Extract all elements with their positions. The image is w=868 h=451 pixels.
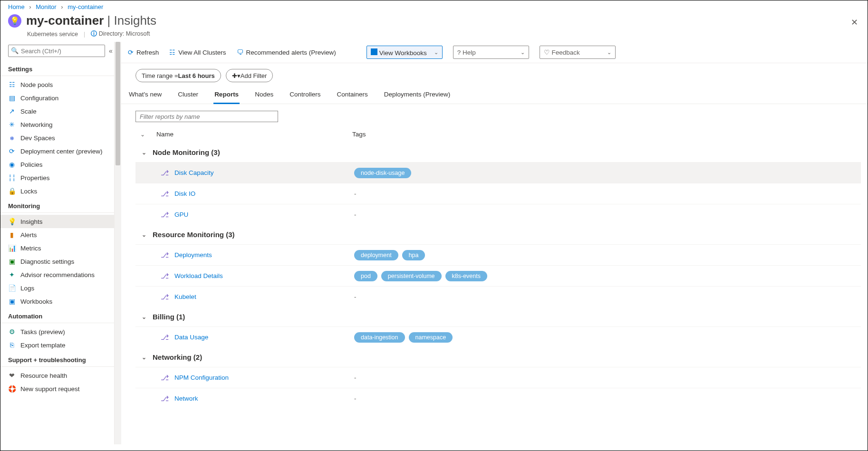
- sidebar-item-scale[interactable]: ↗Scale: [0, 105, 114, 118]
- feedback-dropdown[interactable]: ♡ Feedback⌄: [540, 46, 616, 59]
- sidebar-item-workbooks[interactable]: ▣Workbooks: [0, 295, 114, 308]
- tag: node-disk-usage: [354, 168, 411, 178]
- report-tags: podpersistent-volumek8s-events: [352, 271, 861, 281]
- sidebar-item-icon: ⚙: [8, 328, 16, 336]
- sidebar-item-label: Resource health: [20, 372, 67, 379]
- report-row[interactable]: ⎇Workload Detailspodpersistent-volumek8s…: [135, 265, 861, 286]
- view-workbooks-dropdown[interactable]: View Workbooks⌄: [366, 46, 443, 59]
- sidebar-item-export-template[interactable]: ⎘Export template: [0, 338, 114, 352]
- breadcrumb-monitor[interactable]: Monitor: [36, 3, 56, 10]
- sidebar-item-icon: ⎘: [8, 341, 16, 349]
- sidebar-item-label: Alerts: [20, 231, 37, 239]
- report-icon: ⎇: [153, 272, 172, 280]
- report-row[interactable]: ⎇Deploymentsdeploymenthpa: [135, 244, 861, 265]
- chevron-down-icon[interactable]: ⌄: [135, 149, 153, 156]
- report-row[interactable]: ⎇GPU-: [135, 204, 861, 225]
- report-row[interactable]: ⎇Network-: [135, 388, 861, 409]
- report-link[interactable]: GPU: [174, 211, 188, 218]
- page-title-main: my-container: [26, 13, 104, 28]
- sidebar-item-deployment-center-preview-[interactable]: ⟳Deployment center (preview): [0, 144, 114, 158]
- sidebar: 🔍 « Settings☷Node pools▤Configuration↗Sc…: [0, 42, 115, 444]
- sidebar-item-icon: ◉: [8, 161, 16, 168]
- report-icon: ⎇: [153, 394, 172, 403]
- tag: data-ingestion: [354, 332, 405, 343]
- report-link[interactable]: Data Usage: [174, 334, 208, 341]
- chevron-down-icon[interactable]: ⌄: [135, 354, 153, 361]
- report-link[interactable]: Kubelet: [174, 293, 196, 300]
- report-icon: ⎇: [153, 190, 172, 198]
- chevron-down-icon[interactable]: ⌄: [135, 314, 153, 320]
- report-link[interactable]: NPM Configuration: [174, 374, 229, 381]
- tab-nodes[interactable]: Nodes: [254, 88, 274, 104]
- sidebar-item-icon: ↗: [8, 107, 16, 115]
- column-tags-header[interactable]: Tags: [352, 131, 861, 138]
- report-icon: ⎇: [153, 293, 172, 301]
- tab-deployments[interactable]: Deployments (Preview): [383, 88, 452, 104]
- main-content: ⟳Refresh ☷View All Clusters 🗨Recommended…: [121, 42, 868, 444]
- report-group-header[interactable]: ⌄Billing (1): [135, 307, 861, 326]
- report-row[interactable]: ⎇Data Usagedata-ingestionnamespace: [135, 326, 861, 347]
- sidebar-item-networking[interactable]: ✳Networking: [0, 118, 114, 131]
- chevron-down-icon[interactable]: ⌄: [135, 231, 153, 238]
- scrollbar[interactable]: [115, 42, 121, 444]
- report-link[interactable]: Disk IO: [174, 190, 195, 197]
- sidebar-item-logs[interactable]: 📄Logs: [0, 281, 114, 295]
- time-range-filter[interactable]: Time range = Last 6 hours: [135, 69, 221, 82]
- report-link[interactable]: Workload Details: [174, 272, 223, 279]
- filter-bar: Time range = Last 6 hours ✚▾ Add Filter: [121, 63, 868, 86]
- page-title: my-container | Insights: [26, 13, 156, 28]
- report-link[interactable]: Network: [174, 395, 198, 402]
- report-row[interactable]: ⎇NPM Configuration-: [135, 367, 861, 388]
- report-row[interactable]: ⎇Disk Capacitynode-disk-usage: [135, 162, 861, 183]
- report-group-header[interactable]: ⌄Networking (2): [135, 347, 861, 367]
- sidebar-item-icon: ▮: [8, 231, 16, 239]
- search-input[interactable]: [8, 45, 105, 57]
- sidebar-item-label: Locks: [20, 188, 37, 195]
- sidebar-item-resource-health[interactable]: ❤Resource health: [0, 369, 114, 382]
- tab-whats-new[interactable]: What's new: [128, 88, 163, 104]
- refresh-icon: ⟳: [128, 48, 134, 56]
- sidebar-item-alerts[interactable]: ▮Alerts: [0, 228, 114, 241]
- sidebar-item-dev-spaces[interactable]: ⎈Dev Spaces: [0, 131, 114, 144]
- report-row[interactable]: ⎇Disk IO-: [135, 183, 861, 204]
- page-title-section: Insights: [114, 13, 156, 28]
- help-dropdown[interactable]: ? Help⌄: [453, 46, 529, 59]
- sidebar-item-new-support-request[interactable]: 🛟New support request: [0, 382, 114, 395]
- sidebar-group-title: Automation: [0, 308, 114, 323]
- tab-controllers[interactable]: Controllers: [289, 88, 321, 104]
- view-all-clusters-button[interactable]: ☷View All Clusters: [169, 48, 226, 56]
- filter-reports-input[interactable]: [135, 111, 278, 122]
- sidebar-item-label: Advisor recommendations: [20, 271, 95, 278]
- sidebar-item-configuration[interactable]: ▤Configuration: [0, 91, 114, 105]
- column-name-header[interactable]: Name: [153, 131, 352, 138]
- tab-reports[interactable]: Reports: [213, 88, 240, 104]
- close-icon[interactable]: ✕: [851, 17, 858, 28]
- report-link[interactable]: Disk Capacity: [174, 169, 214, 176]
- refresh-button[interactable]: ⟳Refresh: [128, 48, 159, 56]
- tab-containers[interactable]: Containers: [336, 88, 368, 104]
- report-row[interactable]: ⎇Kubelet-: [135, 286, 861, 307]
- sidebar-item-properties[interactable]: ╎╎Properties: [0, 171, 114, 184]
- sidebar-item-locks[interactable]: 🔒Locks: [0, 184, 114, 198]
- report-group-header[interactable]: ⌄Node Monitoring (3): [135, 143, 861, 162]
- add-filter-button[interactable]: ✚▾ Add Filter: [226, 69, 273, 82]
- collapse-sidebar-icon[interactable]: «: [109, 47, 113, 55]
- sidebar-item-metrics[interactable]: 📊Metrics: [0, 241, 114, 255]
- sidebar-item-icon: 🔒: [8, 187, 16, 195]
- tab-cluster[interactable]: Cluster: [177, 88, 199, 104]
- sidebar-item-node-pools[interactable]: ☷Node pools: [0, 78, 114, 91]
- sidebar-item-label: Insights: [20, 218, 43, 225]
- sidebar-item-policies[interactable]: ◉Policies: [0, 158, 114, 171]
- sidebar-item-advisor-recommendations[interactable]: ✦Advisor recommendations: [0, 268, 114, 281]
- report-link[interactable]: Deployments: [174, 251, 212, 259]
- sidebar-item-insights[interactable]: 💡Insights: [0, 215, 114, 228]
- chevron-down-icon[interactable]: ⌄: [140, 131, 145, 138]
- sidebar-item-tasks-preview-[interactable]: ⚙Tasks (preview): [0, 325, 114, 338]
- recommended-alerts-button[interactable]: 🗨Recommended alerts (Preview): [237, 48, 336, 56]
- tab-strip: What's new Cluster Reports Nodes Control…: [121, 86, 868, 104]
- breadcrumb-home[interactable]: Home: [8, 3, 25, 10]
- report-group-header[interactable]: ⌄Resource Monitoring (3): [135, 225, 861, 244]
- sidebar-item-diagnostic-settings[interactable]: ▣Diagnostic settings: [0, 255, 114, 268]
- page-subtitle: Kubernetes service | ⓘ Directory: Micros…: [0, 30, 868, 42]
- sidebar-item-label: Logs: [20, 285, 34, 292]
